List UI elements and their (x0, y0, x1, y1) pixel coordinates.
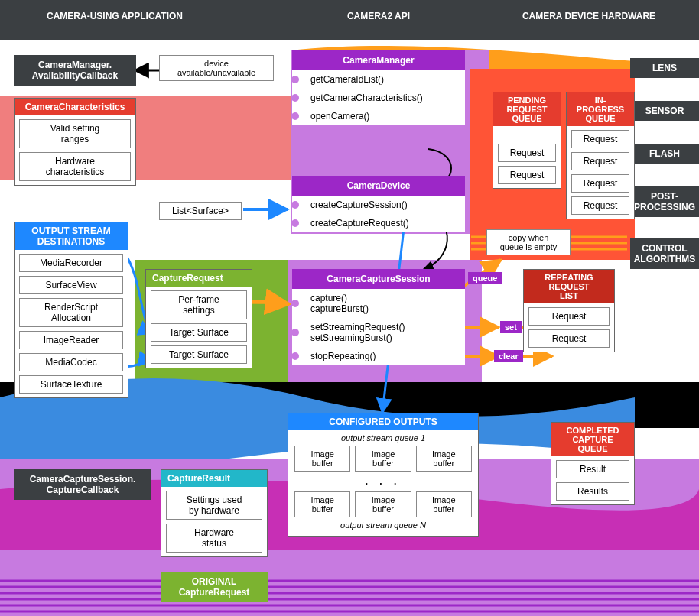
hw-flash: FLASH (630, 144, 699, 164)
pending-queue-panel: PENDING REQUEST QUEUE Request Request (493, 92, 561, 189)
configured-outputs-title: CONFIGURED OUTPUTS (288, 413, 478, 430)
inprog-item: Request (571, 130, 629, 148)
img-buf: Image buffer (294, 491, 350, 517)
copy-note: copy when queue is empty (486, 229, 571, 255)
pending-item: Request (498, 166, 556, 184)
output-stream-title: OUTPUT STREAM DESTINATIONS (15, 222, 128, 250)
cam-char-item: Hardware characteristics (19, 152, 131, 181)
capreq-item: Target Surface (151, 323, 247, 342)
pending-queue-title: PENDING REQUEST QUEUE (493, 92, 561, 126)
original-capture-request: ORIGINAL CaptureRequest (161, 572, 268, 602)
capture-result-panel: CaptureResult Settings used by hardware … (161, 469, 268, 557)
col-header-mid: CAMERA2 API (291, 11, 467, 21)
ellipsis: . . . (288, 472, 478, 491)
col-header-left: CAMERA-USING APPLICATION (15, 11, 214, 21)
hw-sensor: SENSOR (630, 101, 699, 121)
tag-queue: queue (468, 272, 502, 284)
pending-item: Request (498, 144, 556, 162)
out-item: RenderScript Allocation (19, 298, 123, 327)
camera-manager-block: CameraManager getCameraIdList() getCamer… (292, 50, 465, 125)
capture-callback: CameraCaptureSession. CaptureCallback (14, 469, 151, 500)
camera-capture-session-block: CameraCaptureSession capture() captureBu… (292, 269, 465, 365)
inprog-item: Request (571, 174, 629, 193)
img-buf: Image buffer (355, 491, 411, 517)
hw-lens: LENS (630, 58, 699, 78)
out-item: ImageReader (19, 331, 123, 349)
out-item: SurfaceView (19, 276, 123, 294)
img-buf: Image buffer (416, 446, 472, 472)
device-available-note: device available/unavailable (159, 55, 274, 81)
capture-request-title: CaptureRequest (146, 270, 252, 287)
repeating-list-title: REPEATING REQUEST LIST (524, 270, 614, 303)
cam-char-item: Valid setting ranges (19, 119, 131, 148)
img-buf: Image buffer (355, 446, 411, 472)
camera-characteristics-panel: CameraCharacteristics Valid setting rang… (14, 98, 136, 186)
completed-queue-title: COMPLETED CAPTURE QUEUE (551, 423, 634, 456)
capres-item: Settings used by hardware (166, 491, 262, 520)
hw-ctrl: CONTROL ALGORITHMS (630, 238, 699, 269)
capture-result-title: CaptureResult (161, 470, 267, 487)
inprogress-queue-title: IN-PROGRESS QUEUE (567, 92, 634, 126)
completed-queue-panel: COMPLETED CAPTURE QUEUE Result Results (551, 422, 635, 505)
api-method: createCaptureRequest() (292, 214, 465, 232)
comp-item: Results (556, 482, 629, 501)
api-method: setStreamingRequest() setStreamingBurst(… (292, 318, 465, 347)
capreq-item: Target Surface (151, 345, 247, 364)
inprogress-queue-panel: IN-PROGRESS QUEUE Request Request Reques… (566, 92, 635, 219)
camera-device-block: CameraDevice createCaptureSession() crea… (292, 176, 465, 232)
list-surface-note: List<Surface> (159, 202, 242, 220)
out-item: MediaRecorder (19, 254, 123, 272)
comp-item: Result (556, 460, 629, 478)
hw-post: POST- PROCESSING (630, 186, 699, 217)
camera-device-title: CameraDevice (292, 176, 465, 196)
api-method: capture() captureBurst() (292, 289, 465, 318)
out-q1: output stream queue 1 (288, 430, 478, 446)
api-method: stopRepeating() (292, 347, 465, 365)
ccs-title: CameraCaptureSession (292, 269, 465, 289)
tag-clear: clear (494, 350, 523, 362)
api-method: createCaptureSession() (292, 196, 465, 214)
api-method: openCamera() (292, 107, 465, 125)
out-item: SurfaceTexture (19, 375, 123, 394)
api-method: getCameraIdList() (292, 70, 465, 89)
api-method: getCameraCharacteristics() (292, 89, 465, 107)
output-stream-panel: OUTPUT STREAM DESTINATIONS MediaRecorder… (14, 222, 128, 398)
tag-set: set (500, 321, 522, 333)
inprog-item: Request (571, 196, 629, 215)
capres-item: Hardware status (166, 524, 262, 553)
col-header-right: CAMERA DEVICE HARDWARE (497, 11, 681, 21)
capreq-item: Per-frame settings (151, 290, 247, 319)
img-buf: Image buffer (294, 446, 350, 472)
out-item: MediaCodec (19, 353, 123, 371)
repeat-item: Request (528, 307, 610, 326)
repeating-list-panel: REPEATING REQUEST LIST Request Request (523, 269, 615, 352)
camera-manager-title: CameraManager (292, 50, 465, 70)
out-qn: output stream queue N (288, 517, 478, 536)
configured-outputs-panel: CONFIGURED OUTPUTS output stream queue 1… (288, 413, 479, 537)
availability-callback: CameraManager. AvailabilityCallback (14, 55, 136, 86)
capture-request-panel: CaptureRequest Per-frame settings Target… (145, 269, 252, 368)
repeat-item: Request (528, 329, 610, 348)
camera-characteristics-title: CameraCharacteristics (15, 99, 135, 115)
inprog-item: Request (571, 152, 629, 170)
img-buf: Image buffer (416, 491, 472, 517)
